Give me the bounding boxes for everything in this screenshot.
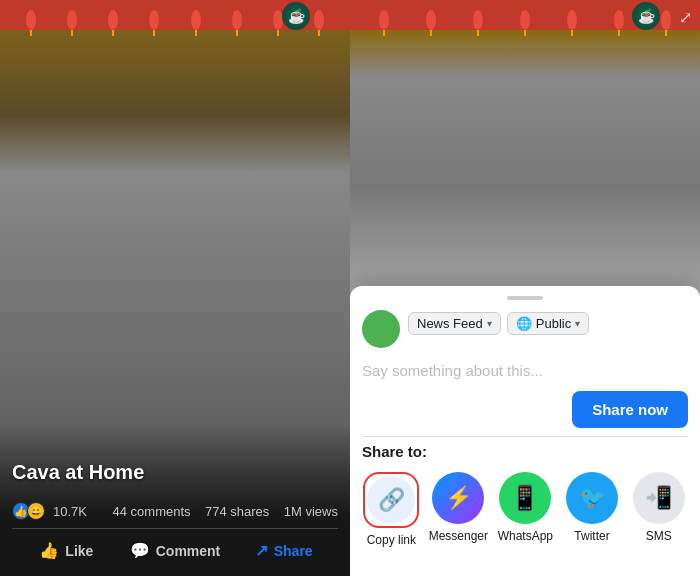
comment-icon: 💬 [130, 541, 150, 560]
say-something-placeholder[interactable]: Say something about this... [350, 354, 700, 387]
share-button[interactable]: ↗ Share [229, 533, 338, 568]
twitter-button[interactable]: 🐦 Twitter [559, 468, 626, 547]
share-icons-row: 🔗 Copy link ⚡ Messenger 📱 WhatsApp 🐦 Twi… [350, 468, 700, 551]
expand-icon[interactable]: ⤢ [679, 8, 692, 27]
sms-button[interactable]: 📲 SMS [625, 468, 692, 547]
drag-handle [507, 296, 543, 300]
right-starbucks-logo: ☕ [632, 2, 660, 30]
globe-icon: 🌐 [516, 316, 532, 331]
newsfeed-label: News Feed [417, 316, 483, 331]
messenger-label: Messenger [429, 529, 488, 543]
panel-handle [350, 286, 700, 306]
privacy-label: Public [536, 316, 571, 331]
privacy-dropdown[interactable]: 🌐 Public ▾ [507, 312, 589, 335]
share-now-button[interactable]: Share now [572, 391, 688, 428]
whatsapp-icon: 📱 [499, 472, 551, 524]
comment-button[interactable]: 💬 Comment [121, 533, 230, 568]
share-dropdowns: News Feed ▾ 🌐 Public ▾ [408, 312, 589, 335]
chevron-down-icon: ▾ [487, 318, 492, 329]
like-icon: 👍 [39, 541, 59, 560]
reactions-count: 10.7K [53, 504, 87, 519]
copy-link-label: Copy link [367, 533, 416, 547]
video-panel: ☕ Cava at Home 👍 😄 10.7K 44 comments 774… [0, 0, 350, 576]
twitter-label: Twitter [574, 529, 609, 543]
avatar [362, 310, 400, 348]
share-header: News Feed ▾ 🌐 Public ▾ [350, 306, 700, 354]
share-to-label: Share to: [350, 437, 700, 468]
copy-link-button[interactable]: 🔗 Copy link [358, 468, 425, 551]
haha-reaction: 😄 [27, 502, 45, 520]
share-now-row: Share now [350, 387, 700, 436]
whatsapp-button[interactable]: 📱 WhatsApp [492, 468, 559, 547]
copy-link-icon: 🔗 [367, 476, 415, 524]
share-controls: News Feed ▾ 🌐 Public ▾ [408, 310, 589, 335]
video-overlay: Cava at Home 👍 😄 10.7K 44 comments 774 s… [0, 423, 350, 576]
whatsapp-label: WhatsApp [498, 529, 553, 543]
share-icon: ↗ [255, 541, 268, 560]
chevron-down-icon-2: ▾ [575, 318, 580, 329]
messenger-button[interactable]: ⚡ Messenger [425, 468, 492, 547]
sms-label: SMS [646, 529, 672, 543]
newsfeed-dropdown[interactable]: News Feed ▾ [408, 312, 501, 335]
messenger-icon: ⚡ [432, 472, 484, 524]
right-video-bg: ☕ ⤢ [350, 0, 700, 310]
copy-link-border: 🔗 [363, 472, 419, 528]
comments-count: 44 comments 774 shares 1M views [113, 504, 338, 519]
action-bar: 👍 Like 💬 Comment ↗ Share [12, 529, 338, 576]
right-panel: ☕ ⤢ News Feed ▾ 🌐 Public ▾ [350, 0, 700, 576]
like-button[interactable]: 👍 Like [12, 533, 121, 568]
sms-icon: 📲 [633, 472, 685, 524]
starbucks-logo: ☕ [282, 2, 310, 30]
share-panel: News Feed ▾ 🌐 Public ▾ Say something abo… [350, 286, 700, 576]
video-stats-bar: 👍 😄 10.7K 44 comments 774 shares 1M view… [12, 494, 338, 529]
video-title: Cava at Home [12, 453, 338, 494]
reaction-icons: 👍 😄 [12, 502, 45, 520]
twitter-icon: 🐦 [566, 472, 618, 524]
